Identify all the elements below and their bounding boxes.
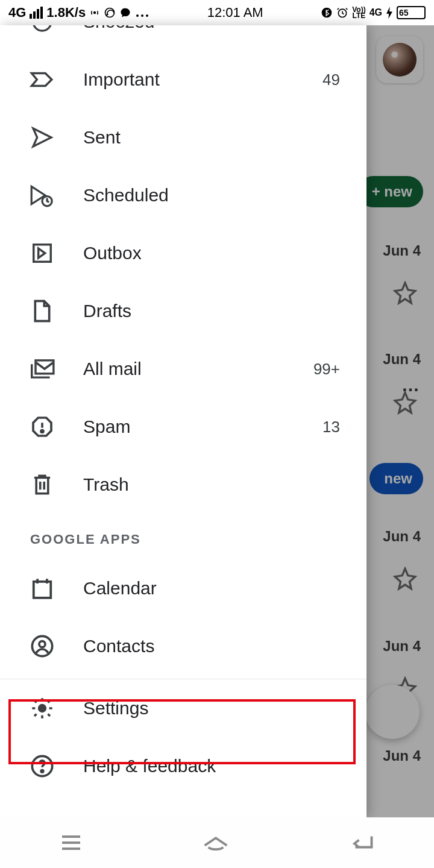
outbox-icon [29, 240, 55, 266]
drafts-icon [29, 298, 55, 324]
nav-label: Settings [83, 698, 340, 719]
nav-item-scheduled[interactable]: Scheduled [0, 166, 366, 224]
network-type: 4G [8, 5, 26, 20]
back-button[interactable] [348, 834, 375, 852]
battery-icon: 65 [397, 6, 426, 19]
svg-point-11 [39, 641, 45, 647]
nav-count: 13 [322, 418, 340, 436]
svg-point-14 [41, 770, 43, 773]
nav-count: 49 [322, 71, 340, 89]
calendar-icon [29, 575, 55, 602]
nav-item-contacts[interactable]: Contacts [0, 617, 366, 675]
nav-label: Important [83, 69, 295, 90]
nav-label: All mail [83, 359, 286, 379]
svg-point-12 [39, 705, 46, 712]
status-bar: 4G 1.8K/s 12:01 AM Vo))LTE 4G 65 [0, 0, 434, 25]
contacts-icon [29, 633, 55, 659]
nav-item-spam[interactable]: Spam 13 [0, 398, 366, 456]
volte-icon: Vo))LTE [352, 7, 365, 19]
nav-label: Contacts [83, 636, 340, 656]
nav-label: Outbox [83, 243, 340, 263]
section-header-google-apps: GOOGLE APPS [0, 514, 366, 559]
nav-item-important[interactable]: Important 49 [0, 51, 366, 108]
chat-icon [119, 7, 131, 19]
home-button[interactable] [202, 834, 230, 852]
charging-icon [386, 7, 393, 19]
alarm-icon [336, 7, 348, 19]
svg-point-4 [33, 25, 51, 31]
nav-item-help[interactable]: Help & feedback [0, 737, 366, 795]
nav-label: Drafts [83, 301, 340, 321]
svg-point-8 [41, 430, 43, 433]
nav-count: 99+ [313, 360, 340, 379]
more-notifications-icon [135, 5, 149, 20]
whatsapp-icon [104, 7, 116, 19]
nav-item-snoozed[interactable]: Snoozed [0, 25, 366, 51]
nav-label: Scheduled [83, 185, 340, 206]
nav-item-outbox[interactable]: Outbox [0, 224, 366, 282]
clock-icon [29, 25, 55, 35]
nav-label: Calendar [83, 578, 340, 599]
send-icon [29, 124, 55, 151]
nav-item-trash[interactable]: Trash [0, 456, 366, 514]
nav-label: Sent [83, 127, 340, 148]
network-type-2: 4G [370, 7, 382, 18]
gear-icon [29, 695, 55, 722]
important-icon [29, 66, 55, 93]
nav-item-drafts[interactable]: Drafts [0, 282, 366, 340]
nav-label: Help & feedback [83, 756, 340, 776]
scheduled-icon [29, 182, 55, 209]
spam-icon [29, 414, 55, 440]
system-navigation-bar [0, 817, 434, 868]
hotspot-icon [89, 7, 100, 18]
trash-icon [29, 471, 55, 498]
svg-point-2 [322, 8, 332, 18]
help-icon [29, 753, 55, 779]
signal-icon [30, 7, 43, 19]
nav-label: Spam [83, 417, 295, 437]
navigation-drawer: Snoozed Important 49 Sent Scheduled [0, 25, 366, 817]
svg-rect-7 [36, 360, 54, 374]
nav-label: Snoozed [83, 25, 340, 32]
recents-button[interactable] [59, 834, 83, 852]
svg-rect-6 [34, 245, 51, 262]
nav-item-all-mail[interactable]: All mail 99+ [0, 340, 366, 398]
svg-point-0 [94, 12, 96, 14]
nav-label: Trash [83, 474, 340, 495]
bluetooth-icon [321, 7, 333, 19]
all-mail-icon [29, 356, 55, 382]
nav-item-calendar[interactable]: Calendar [0, 559, 366, 617]
data-speed: 1.8K/s [46, 5, 86, 20]
nav-item-settings[interactable]: Settings [0, 679, 366, 737]
nav-item-sent[interactable]: Sent [0, 108, 366, 166]
svg-rect-9 [34, 582, 51, 598]
clock: 12:01 AM [207, 5, 263, 20]
